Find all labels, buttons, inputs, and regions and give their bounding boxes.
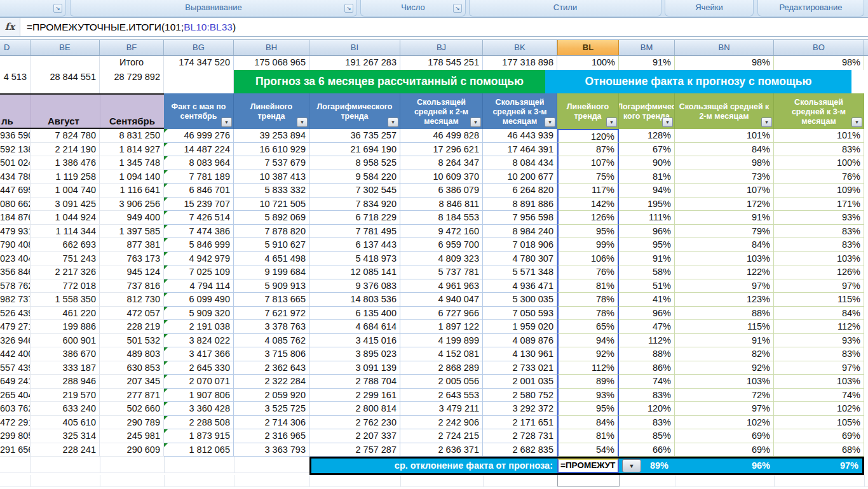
cell[interactable]: 14 487 224	[164, 143, 234, 157]
cell[interactable]: 98%	[675, 156, 774, 170]
cell[interactable]: 81%	[619, 170, 675, 184]
column-header-bo[interactable]: BO	[774, 40, 864, 55]
cell[interactable]: 84%	[675, 238, 774, 252]
cell[interactable]: 2 171 651	[483, 416, 557, 430]
cell[interactable]: 3 715 806	[234, 347, 309, 361]
header-linear-trend[interactable]: Линейного тренда	[234, 93, 309, 129]
cell[interactable]: 1 094 140	[100, 170, 164, 184]
cell[interactable]: 115%	[675, 320, 774, 334]
cell[interactable]: 501 532	[100, 334, 164, 348]
cell[interactable]: 72%	[675, 389, 774, 403]
cell[interactable]: 6 718 229	[309, 211, 400, 225]
totals-cell[interactable]: 98%	[774, 56, 864, 70]
cell[interactable]: 7 781 189	[164, 170, 234, 184]
cell[interactable]: 93%	[774, 334, 864, 348]
cell[interactable]: 945 124	[100, 265, 164, 279]
cell[interactable]: 7 050 593	[483, 307, 557, 321]
cell[interactable]: 772 018	[31, 279, 100, 293]
totals-cell[interactable]: 175 068 965	[234, 56, 309, 70]
cell[interactable]: 171%	[774, 198, 864, 211]
cell[interactable]: 949 400	[100, 211, 164, 225]
cell[interactable]: 982 737	[0, 293, 31, 307]
cell[interactable]: 228 219	[100, 320, 164, 334]
column-header-bh[interactable]: BH	[234, 40, 309, 55]
totals-cell[interactable]: 174 347 520	[164, 56, 234, 70]
cell[interactable]: 10 200 677	[483, 170, 557, 184]
cell[interactable]: 877 381	[100, 238, 164, 252]
cell[interactable]: 5 737 781	[400, 265, 483, 279]
header-ratio-log-trend[interactable]: Логарифмичес кого тренда	[619, 93, 675, 129]
cell[interactable]: 2 757 287	[309, 443, 400, 457]
column-header-bg[interactable]: BG	[164, 40, 234, 55]
cell[interactable]: 103%	[675, 375, 774, 389]
cell[interactable]: 123%	[675, 293, 774, 307]
cell[interactable]: 1 044 924	[31, 211, 100, 225]
cell-selected-range[interactable]: 87%	[557, 143, 619, 157]
cell[interactable]: 2 070 071	[164, 375, 234, 389]
cell[interactable]: 1 004 740	[31, 184, 100, 198]
cell[interactable]: 2 762 230	[309, 416, 400, 430]
cell[interactable]: 126%	[774, 265, 864, 279]
cell[interactable]: 4 199 899	[400, 334, 483, 348]
cell[interactable]: 6 264 820	[483, 184, 557, 198]
cell[interactable]: 105%	[774, 416, 864, 430]
cell[interactable]: 7 956 598	[483, 211, 557, 225]
cell[interactable]: 479 271	[0, 320, 31, 334]
cell[interactable]: 88%	[675, 307, 774, 321]
cell[interactable]: 7 302 545	[309, 184, 400, 198]
cell[interactable]: 101%	[774, 129, 864, 143]
cell[interactable]: 790 408	[0, 238, 31, 252]
cell[interactable]: 66%	[619, 443, 675, 457]
cell[interactable]: 10 387 413	[234, 170, 309, 184]
cell[interactable]: 5 846 999	[164, 238, 234, 252]
cell[interactable]: 9 199 684	[234, 265, 309, 279]
cell[interactable]: 299 805	[0, 429, 31, 443]
cell[interactable]: 3 091 425	[31, 198, 100, 211]
cell[interactable]: 91%	[675, 211, 774, 225]
header-ratio-moving-avg-2m[interactable]: Скользящей средней к 2-м месяцам	[675, 93, 774, 129]
totals-label-cell[interactable]: Итого	[100, 56, 164, 70]
cell[interactable]: 080 662	[0, 198, 31, 211]
cell[interactable]: 6 099 490	[164, 293, 234, 307]
cell[interactable]: 3 417 366	[164, 347, 234, 361]
cell[interactable]: 46 999 276	[164, 129, 234, 143]
cell[interactable]: 3 363 793	[234, 443, 309, 457]
cell[interactable]: 83%	[774, 225, 864, 239]
filter-dropdown-icon[interactable]	[545, 117, 555, 127]
cell[interactable]: 199 886	[31, 320, 100, 334]
cell[interactable]: 2 322 284	[234, 375, 309, 389]
cell[interactable]: 1 558 350	[31, 293, 100, 307]
cell[interactable]: 47%	[619, 320, 675, 334]
cell[interactable]: 84%	[675, 143, 774, 157]
cell[interactable]: 6 727 966	[400, 307, 483, 321]
cell[interactable]: 112%	[619, 334, 675, 348]
cell[interactable]: 3 479 211	[400, 402, 483, 416]
cell-selected-range[interactable]: 78%	[557, 293, 619, 307]
cell[interactable]: 83%	[619, 389, 675, 403]
column-header-bl-active[interactable]: BL	[557, 40, 619, 55]
cell[interactable]: 4 936 471	[483, 279, 557, 293]
cell[interactable]: 277 871	[100, 389, 164, 403]
cell[interactable]: 7 018 906	[483, 238, 557, 252]
cell[interactable]: 4 651 498	[234, 252, 309, 266]
cell[interactable]: 88%	[619, 347, 675, 361]
cell[interactable]: 10 609 370	[400, 170, 483, 184]
cell[interactable]: 265 404	[0, 389, 31, 403]
cell[interactable]: 69%	[675, 429, 774, 443]
cell[interactable]: 7 824 780	[31, 129, 100, 143]
cell[interactable]: 1 345 748	[100, 156, 164, 170]
cell[interactable]: 737 816	[100, 279, 164, 293]
totals-cell[interactable]: 178 545 251	[400, 56, 483, 70]
cell[interactable]: 103%	[675, 252, 774, 266]
cell[interactable]: 2 191 038	[164, 320, 234, 334]
cell[interactable]: 3 824 022	[164, 334, 234, 348]
cell[interactable]: 97%	[774, 361, 864, 375]
cell[interactable]: 100%	[774, 156, 864, 170]
empty-cell[interactable]	[164, 70, 234, 93]
cell[interactable]: 8 891 886	[483, 198, 557, 211]
cell[interactable]: 83%	[774, 143, 864, 157]
cell[interactable]: 2 580 752	[483, 389, 557, 403]
cell[interactable]: 58%	[619, 265, 675, 279]
cell[interactable]: 326 946	[0, 334, 31, 348]
cell[interactable]: 501 024	[0, 156, 31, 170]
